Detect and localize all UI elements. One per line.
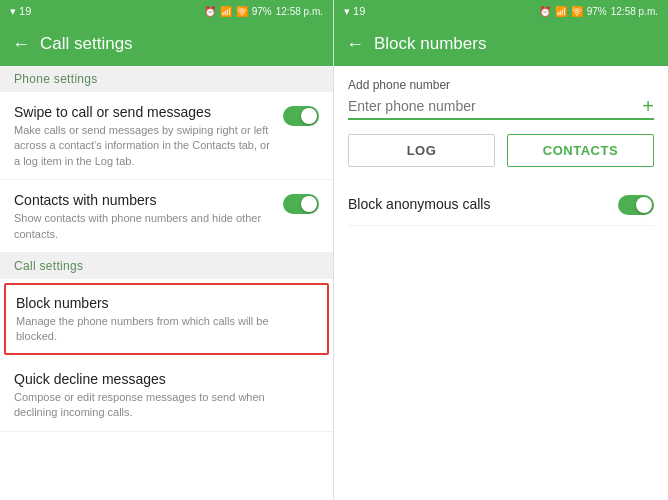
swipe-to-call-label: Swipe to call or send messages [14,104,275,120]
block-anonymous-row: Block anonymous calls [348,183,654,226]
phone-number-input[interactable] [348,96,642,116]
quick-decline-item: Quick decline messages Compose or edit r… [0,359,333,432]
left-page-title: Call settings [40,34,133,54]
block-numbers-item[interactable]: Block numbers Manage the phone numbers f… [4,283,329,355]
right-panel: ▾ 19 ⏰ 📶 🛜 97% 12:58 p.m. ← Block number… [334,0,668,500]
wifi-icon: 🛜 [236,6,248,17]
right-wifi-icon: 🛜 [571,6,583,17]
block-numbers-label: Block numbers [16,295,309,311]
right-signal-icon: 📶 [555,6,567,17]
right-status-bar: ▾ 19 ⏰ 📶 🛜 97% 12:58 p.m. [334,0,668,22]
left-top-bar: ← Call settings [0,22,333,66]
left-status-icons: ▾ 19 [10,5,31,18]
contacts-with-numbers-item: Contacts with numbers Show contacts with… [0,180,333,253]
contacts-with-numbers-text: Contacts with numbers Show contacts with… [14,192,283,242]
right-status-right-icons: ⏰ 📶 🛜 97% 12:58 p.m. [539,6,658,17]
block-numbers-content: Add phone number + LOG CONTACTS Block an… [334,66,668,500]
contacts-tab-button[interactable]: CONTACTS [507,134,654,167]
right-page-title: Block numbers [374,34,486,54]
block-numbers-desc: Manage the phone numbers from which call… [16,314,309,345]
right-top-bar: ← Block numbers [334,22,668,66]
section-header-phone: Phone settings [0,66,333,92]
log-contacts-row: LOG CONTACTS [348,134,654,167]
right-alarm-icon: ⏰ [539,6,551,17]
quick-decline-desc: Compose or edit response messages to sen… [14,390,311,421]
quick-decline-label: Quick decline messages [14,371,311,387]
right-battery-text: 97% [587,6,607,17]
swipe-to-call-item: Swipe to call or send messages Make call… [0,92,333,180]
add-phone-label: Add phone number [348,78,654,92]
log-tab-button[interactable]: LOG [348,134,495,167]
right-back-arrow[interactable]: ← [346,34,364,55]
notification-icon: ▾ 19 [10,5,31,18]
battery-text: 97% [252,6,272,17]
left-back-arrow[interactable]: ← [12,34,30,55]
right-time: 12:58 p.m. [611,6,658,17]
signal-icon: 📶 [220,6,232,17]
swipe-to-call-desc: Make calls or send messages by swiping r… [14,123,275,169]
block-numbers-text: Block numbers Manage the phone numbers f… [16,295,317,345]
block-anonymous-toggle[interactable] [618,195,654,215]
alarm-icon: ⏰ [204,6,216,17]
phone-input-row: + [348,96,654,120]
left-panel: ▾ 19 ⏰ 📶 🛜 97% 12:58 p.m. ← Call setting… [0,0,334,500]
contacts-with-numbers-label: Contacts with numbers [14,192,275,208]
swipe-to-call-text: Swipe to call or send messages Make call… [14,104,283,169]
quick-decline-text: Quick decline messages Compose or edit r… [14,371,319,421]
section-header-call: Call settings [0,253,333,279]
contacts-with-numbers-toggle[interactable] [283,194,319,214]
swipe-to-call-toggle[interactable] [283,106,319,126]
time-left: 12:58 p.m. [276,6,323,17]
block-anonymous-label: Block anonymous calls [348,196,490,212]
contacts-with-numbers-desc: Show contacts with phone numbers and hid… [14,211,275,242]
right-status-icons: ⏰ 📶 🛜 97% 12:58 p.m. [204,6,323,17]
left-status-bar: ▾ 19 ⏰ 📶 🛜 97% 12:58 p.m. [0,0,333,22]
right-status-left-icons: ▾ 19 [344,5,365,18]
right-notification-icon: ▾ 19 [344,5,365,18]
add-phone-button[interactable]: + [642,96,654,116]
